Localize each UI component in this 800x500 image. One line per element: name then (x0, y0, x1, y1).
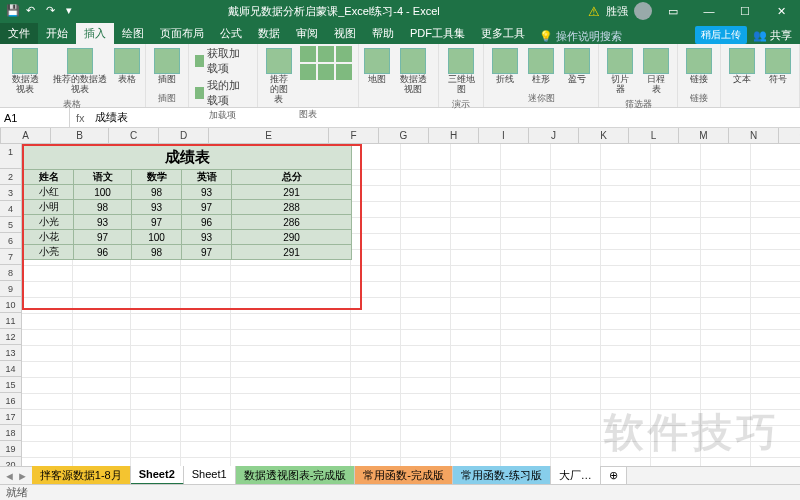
col-header[interactable]: E (209, 128, 329, 143)
add-sheet-button[interactable]: ⊕ (601, 467, 627, 484)
chart-type-icon[interactable] (318, 64, 334, 80)
ribbon-options-icon[interactable]: ▭ (658, 0, 688, 22)
ribbon-数据透视表[interactable]: 数据透视表 (6, 46, 44, 97)
row-header[interactable]: 7 (0, 249, 22, 265)
col-header[interactable]: G (379, 128, 429, 143)
ribbon-插图[interactable]: 插图 (152, 46, 182, 87)
row-header[interactable]: 10 (0, 297, 22, 313)
sheet-tab[interactable]: Sheet2 (131, 466, 184, 485)
tab-公式[interactable]: 公式 (212, 23, 250, 44)
sheet-tab[interactable]: 常用函数-完成版 (355, 466, 453, 485)
user-name[interactable]: 胜强 (606, 4, 628, 19)
ribbon-我的加载项[interactable]: 我的加载项 (195, 78, 251, 108)
undo-icon[interactable]: ↶ (26, 4, 40, 18)
chart-type-icon[interactable] (300, 64, 316, 80)
col-header[interactable]: N (729, 128, 779, 143)
ribbon-文本[interactable]: 文本 (727, 46, 757, 87)
sheet-tab[interactable]: 拌客源数据1-8月 (32, 466, 131, 485)
row-header[interactable]: 5 (0, 217, 22, 233)
row-header[interactable]: 18 (0, 425, 22, 441)
fx-icon[interactable]: fx (70, 112, 91, 124)
ribbon-地图[interactable]: 地图 (365, 46, 389, 87)
ribbon-表格[interactable]: 表格 (115, 46, 139, 87)
col-header[interactable]: O (779, 128, 800, 143)
minimize-button[interactable]: — (694, 0, 724, 22)
ribbon-折线[interactable]: 折线 (490, 46, 520, 87)
col-header[interactable]: I (479, 128, 529, 143)
tab-绘图[interactable]: 绘图 (114, 23, 152, 44)
tab-审阅[interactable]: 审阅 (288, 23, 326, 44)
row-header[interactable]: 11 (0, 313, 22, 329)
row-header[interactable]: 8 (0, 265, 22, 281)
ribbon-三维地图[interactable]: 三维地图 (445, 46, 477, 97)
sheet-tab[interactable]: 数据透视图表-完成版 (236, 466, 356, 485)
ribbon-符号[interactable]: 符号 (763, 46, 793, 87)
tab-页面布局[interactable]: 页面布局 (152, 23, 212, 44)
ribbon-数据透视图[interactable]: 数据透视图 (395, 46, 433, 97)
tab-视图[interactable]: 视图 (326, 23, 364, 44)
sheet-nav[interactable]: ◄► (0, 470, 32, 482)
row-header[interactable]: 16 (0, 393, 22, 409)
tab-帮助[interactable]: 帮助 (364, 23, 402, 44)
ribbon-获取加载项[interactable]: 获取加载项 (195, 46, 251, 76)
data-table[interactable]: 成绩表姓名语文数学英语总分小红1009893291小明989397288小光93… (23, 145, 352, 260)
col-header[interactable]: H (429, 128, 479, 143)
row-header[interactable]: 19 (0, 441, 22, 457)
row-header[interactable]: 3 (0, 185, 22, 201)
row-header[interactable]: 4 (0, 201, 22, 217)
row-header[interactable]: 9 (0, 281, 22, 297)
autosave-icon[interactable]: 💾 (6, 4, 20, 18)
row-header[interactable]: 6 (0, 233, 22, 249)
ribbon-切片器[interactable]: 切片器 (605, 46, 635, 97)
chart-type-icon[interactable] (336, 64, 352, 80)
avatar[interactable] (634, 2, 652, 20)
row-header[interactable]: 12 (0, 329, 22, 345)
col-header[interactable]: B (51, 128, 109, 143)
tab-数据[interactable]: 数据 (250, 23, 288, 44)
tell-me[interactable]: 💡操作说明搜索 (539, 29, 622, 44)
sheet-tab[interactable]: 大厂… (551, 466, 601, 485)
ribbon-推荐的数据透视表[interactable]: 推荐的数据透视表 (50, 46, 109, 97)
row-header[interactable]: 17 (0, 409, 22, 425)
sheet-tab[interactable]: Sheet1 (184, 466, 236, 485)
tab-插入[interactable]: 插入 (76, 23, 114, 44)
row-header[interactable]: 1 (0, 144, 22, 169)
ribbon-推荐的图表[interactable]: 推荐的图表 (264, 46, 294, 107)
redo-icon[interactable]: ↷ (46, 4, 60, 18)
upload-button[interactable]: 稍后上传 (695, 26, 747, 44)
row-header[interactable]: 14 (0, 361, 22, 377)
ribbon-柱形[interactable]: 柱形 (526, 46, 556, 87)
row-header[interactable]: 2 (0, 169, 22, 185)
name-box[interactable]: A1 (0, 108, 70, 127)
tab-更多工具[interactable]: 更多工具 (473, 23, 533, 44)
row-header[interactable]: 15 (0, 377, 22, 393)
col-header[interactable]: M (679, 128, 729, 143)
col-header[interactable]: J (529, 128, 579, 143)
formula-bar: A1 fx 成绩表 (0, 108, 800, 128)
ribbon-日程表[interactable]: 日程表 (641, 46, 671, 97)
ribbon-tabs: 文件 开始插入绘图页面布局公式数据审阅视图帮助PDF工具集更多工具 💡操作说明搜… (0, 22, 800, 44)
chart-type-icon[interactable] (336, 46, 352, 62)
sheet-tab[interactable]: 常用函数-练习版 (453, 466, 551, 485)
col-header[interactable]: F (329, 128, 379, 143)
tab-file[interactable]: 文件 (0, 23, 38, 44)
col-header[interactable]: C (109, 128, 159, 143)
ribbon-盈亏[interactable]: 盈亏 (562, 46, 592, 87)
col-header[interactable]: D (159, 128, 209, 143)
col-header[interactable]: K (579, 128, 629, 143)
row-header[interactable]: 13 (0, 345, 22, 361)
chart-type-icon[interactable] (318, 46, 334, 62)
share-button[interactable]: 👥 共享 (753, 28, 792, 43)
close-button[interactable]: ✕ (766, 0, 796, 22)
formula-input[interactable]: 成绩表 (91, 110, 800, 125)
ribbon-链接[interactable]: 链接 (684, 46, 714, 87)
qat-more-icon[interactable]: ▾ (66, 4, 80, 18)
warning-icon[interactable]: ⚠ (588, 4, 600, 19)
tab-开始[interactable]: 开始 (38, 23, 76, 44)
row-headers: 1234567891011121314151617181920212223242… (0, 144, 22, 478)
chart-type-icon[interactable] (300, 46, 316, 62)
tab-PDF工具集[interactable]: PDF工具集 (402, 23, 473, 44)
maximize-button[interactable]: ☐ (730, 0, 760, 22)
col-header[interactable]: L (629, 128, 679, 143)
col-header[interactable]: A (1, 128, 51, 143)
